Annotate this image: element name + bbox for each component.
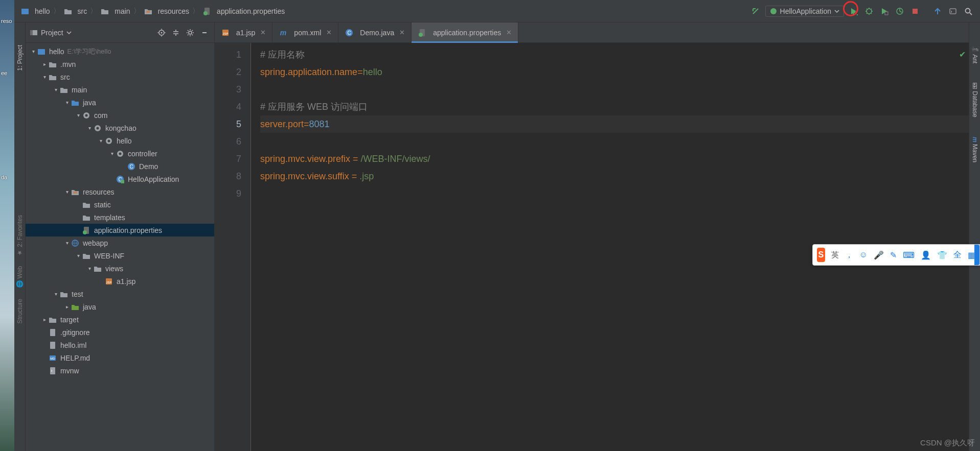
gutter-line-number[interactable]: 3: [215, 81, 241, 98]
tree-item[interactable]: ▾controller: [26, 147, 214, 160]
tree-item[interactable]: ▾test: [26, 288, 214, 300]
gutter-line-number[interactable]: 8: [215, 168, 241, 185]
ime-language-label[interactable]: 英: [831, 250, 839, 260]
tree-item[interactable]: ▾java: [26, 96, 214, 109]
ime-shirt-icon[interactable]: 👕: [937, 250, 947, 260]
tree-twisty-icon[interactable]: ▾: [52, 291, 59, 297]
tab-close-icon[interactable]: ✕: [260, 29, 266, 36]
tab-close-icon[interactable]: ✕: [506, 29, 512, 36]
ime-full-icon[interactable]: 全: [953, 250, 962, 260]
gutter-line-number[interactable]: 9: [215, 185, 241, 202]
tree-item[interactable]: CDemo: [26, 160, 214, 173]
code-line[interactable]: server.port=8081: [260, 115, 969, 133]
code-line[interactable]: [260, 185, 969, 202]
tree-twisty-icon[interactable]: ▾: [86, 125, 93, 131]
gutter-line-number[interactable]: 1: [215, 46, 241, 63]
tree-twisty-icon[interactable]: ▸: [63, 304, 71, 310]
ime-mic-icon[interactable]: 🎤: [874, 250, 884, 260]
tree-item[interactable]: ▸java: [26, 300, 214, 313]
tree-twisty-icon[interactable]: ▾: [63, 100, 71, 105]
hide-icon[interactable]: [199, 27, 210, 38]
tree-twisty-icon[interactable]: ▾: [108, 151, 116, 156]
ime-skin-icon[interactable]: ✎: [890, 250, 897, 260]
tree-item[interactable]: static: [26, 198, 214, 211]
tree-twisty-icon[interactable]: ▾: [63, 189, 71, 195]
tree-twisty-icon[interactable]: ▸: [41, 61, 48, 67]
strip-tab-maven[interactable]: m Maven: [971, 135, 978, 164]
tree-item[interactable]: MDHELP.md: [26, 351, 214, 364]
vcs-update-button[interactable]: [931, 5, 944, 18]
tree-twisty-icon[interactable]: ▾: [52, 87, 59, 92]
code-line[interactable]: [260, 81, 969, 98]
ime-toolbar[interactable]: S 英 ， ☺ 🎤 ✎ ⌨ 👤 👕 全 ▦: [812, 244, 980, 266]
editor-gutter[interactable]: 123456789: [215, 43, 250, 451]
gutter-line-number[interactable]: 6: [215, 133, 241, 150]
tree-item[interactable]: ▾WEB-INF: [26, 249, 214, 262]
strip-tab-ant[interactable]: 🐜 Ant: [971, 43, 978, 65]
breadcrumb-item[interactable]: application.properties: [200, 7, 287, 16]
editor-tab[interactable]: JSPa1.jsp✕: [215, 22, 272, 42]
ime-punct-icon[interactable]: ，: [845, 250, 853, 260]
inspections-ok-icon[interactable]: ✔: [959, 46, 966, 63]
search-everywhere-button[interactable]: [962, 5, 975, 18]
tree-item[interactable]: ▾main: [26, 83, 214, 96]
tree-item[interactable]: application.properties: [26, 224, 214, 236]
tree-twisty-icon[interactable]: ▾: [75, 112, 82, 118]
gutter-line-number[interactable]: 5: [215, 115, 241, 133]
editor-tab[interactable]: mpom.xml✕: [272, 22, 338, 42]
tab-close-icon[interactable]: ✕: [326, 29, 332, 36]
ime-face-icon[interactable]: ☺: [859, 250, 868, 259]
tree-twisty-icon[interactable]: ▸: [41, 317, 48, 322]
ime-drag-handle[interactable]: [974, 245, 979, 265]
run-anything-button[interactable]: [946, 5, 960, 18]
breadcrumb-item[interactable]: hello: [18, 7, 52, 16]
tree-item[interactable]: templates: [26, 211, 214, 224]
tree-item[interactable]: ▾hello: [26, 134, 214, 147]
tree-item[interactable]: hello.iml: [26, 339, 214, 351]
tree-item[interactable]: ▾resources: [26, 185, 214, 198]
run-coverage-button[interactable]: [878, 5, 891, 18]
code-line[interactable]: spring.mvc.view.prefix = /WEB-INF/views/: [260, 150, 969, 168]
tree-twisty-icon[interactable]: ▾: [97, 138, 104, 144]
tree-item[interactable]: ▾helloE:\学习吧\hello: [26, 45, 214, 58]
strip-tab-web[interactable]: 🌐 Web: [16, 264, 24, 290]
strip-tab-database[interactable]: 🗄 Database: [971, 81, 978, 120]
breadcrumb-item[interactable]: src: [61, 7, 89, 16]
build-icon[interactable]: [749, 5, 762, 18]
tree-item[interactable]: ▾webapp: [26, 236, 214, 249]
gutter-line-number[interactable]: 4: [215, 98, 241, 115]
tree-twisty-icon[interactable]: ▾: [41, 74, 48, 80]
ime-keyboard-icon[interactable]: ⌨: [903, 250, 915, 260]
code-line[interactable]: # 应用名称: [260, 46, 969, 63]
breadcrumb-item[interactable]: main: [98, 7, 132, 16]
strip-tab-structure[interactable]: Structure: [16, 297, 24, 326]
tree-item[interactable]: ▾src: [26, 70, 214, 83]
code-line[interactable]: [260, 133, 969, 150]
gutter-line-number[interactable]: 2: [215, 63, 241, 81]
tab-close-icon[interactable]: ✕: [399, 29, 405, 36]
project-tree[interactable]: ▾helloE:\学习吧\hello▸.mvn▾src▾main▾java▾co…: [26, 43, 214, 451]
locate-icon[interactable]: [156, 27, 167, 38]
tree-twisty-icon[interactable]: ▾: [30, 49, 37, 54]
settings-icon[interactable]: [185, 27, 196, 38]
strip-tab-favorites[interactable]: ★ 2: Favorites: [16, 213, 24, 258]
editor-tab[interactable]: CDemo.java✕: [338, 22, 412, 42]
tree-item[interactable]: ▾views: [26, 262, 214, 275]
tree-item[interactable]: ▾kongchao: [26, 122, 214, 134]
breadcrumb-item[interactable]: resources: [142, 7, 191, 16]
tree-twisty-icon[interactable]: ▾: [86, 266, 93, 271]
gutter-line-number[interactable]: 7: [215, 150, 241, 168]
tree-twisty-icon[interactable]: ▾: [63, 240, 71, 246]
run-config-selector[interactable]: HelloApplication: [765, 6, 844, 17]
tree-item[interactable]: ▸.mvn: [26, 58, 214, 70]
stop-button[interactable]: [908, 5, 922, 18]
ime-user-icon[interactable]: 👤: [921, 250, 931, 260]
code-line[interactable]: # 应用服务 WEB 访问端口: [260, 98, 969, 115]
collapse-all-icon[interactable]: [170, 27, 181, 38]
tree-item[interactable]: .gitignore: [26, 326, 214, 339]
tree-item[interactable]: ▾com: [26, 109, 214, 122]
editor-tab[interactable]: application.properties✕: [412, 22, 518, 42]
code-line[interactable]: spring.application.name=hello: [260, 63, 969, 81]
strip-tab-project[interactable]: 1: Project: [16, 43, 24, 73]
debug-button[interactable]: [862, 5, 876, 18]
